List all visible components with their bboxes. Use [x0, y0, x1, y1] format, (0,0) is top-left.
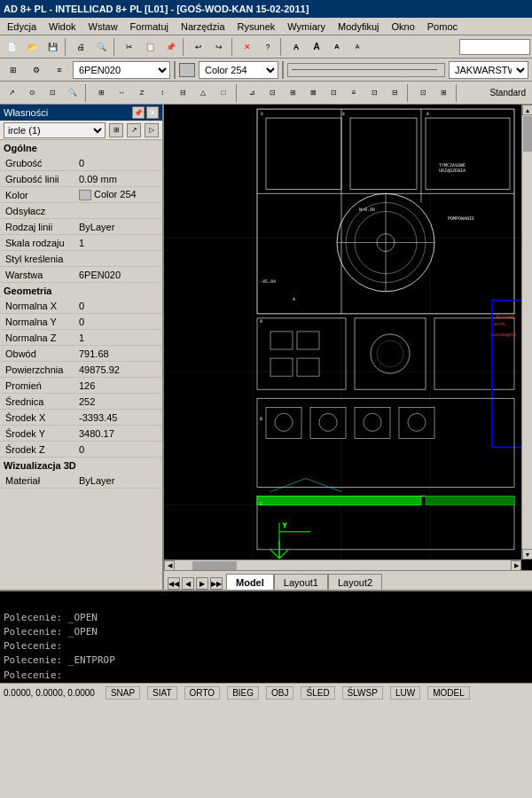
search-input[interactable] — [459, 39, 530, 55]
scroll-thumb-h[interactable] — [192, 561, 237, 570]
prop-pin-btn[interactable]: 📌 — [132, 106, 145, 119]
menu-widok[interactable]: Widok — [43, 20, 82, 34]
linetype-dropdown[interactable]: JAKWARSTWA — [449, 61, 528, 79]
status-siat[interactable]: SIAT — [147, 686, 176, 700]
t2-btn15[interactable]: ⊠ — [303, 83, 323, 103]
cad-scrollbar-horizontal[interactable]: ◀ ▶ — [164, 559, 521, 570]
redo-btn[interactable]: ↪ — [209, 37, 229, 57]
t2-btn7[interactable]: Z — [132, 83, 152, 103]
copy-btn[interactable]: 📋 — [140, 37, 160, 57]
paste-btn[interactable]: 📌 — [160, 37, 180, 57]
prop-close-btn[interactable]: ✕ — [146, 106, 159, 119]
color-dropdown[interactable]: Color 254 — [199, 61, 278, 79]
menu-edycja[interactable]: Edycja — [2, 20, 42, 34]
prop-val-pow[interactable]: 49875.92 — [75, 364, 162, 375]
prop-quick-select-btn[interactable]: ⊞ — [109, 123, 123, 137]
prop-val-kolor[interactable]: Color 254 — [75, 189, 162, 200]
status-model[interactable]: MODEL — [427, 686, 470, 700]
scroll-right-btn[interactable]: ▶ — [511, 560, 521, 571]
open-btn[interactable]: 📂 — [22, 37, 42, 57]
prop-pick-btn[interactable]: ↗ — [127, 123, 141, 137]
scroll-down-btn[interactable]: ▼ — [522, 549, 532, 559]
prop-val-warst[interactable]: 6PEN020 — [75, 270, 162, 280]
menu-rysunek[interactable]: Rysunek — [232, 20, 281, 34]
prop-val-grublin[interactable]: 0.09 mm — [75, 174, 162, 184]
status-orto[interactable]: ORTO — [184, 686, 221, 700]
tab-model[interactable]: Model — [226, 574, 274, 590]
print-btn[interactable]: 🖨 — [71, 37, 90, 57]
prop-val-normz[interactable]: 1 — [75, 332, 162, 343]
menu-modyfikuj[interactable]: Modyfikuj — [332, 20, 384, 34]
layer-icon[interactable]: ⊞ — [4, 60, 23, 80]
prop-val-mat[interactable]: ByLayer — [75, 475, 162, 486]
prop-pick2-btn[interactable]: ▷ — [145, 123, 159, 137]
t2-btn12[interactable]: ⊿ — [242, 83, 262, 103]
prop-val-normx[interactable]: 0 — [75, 301, 162, 311]
tab-layout2[interactable]: Layout2 — [328, 574, 382, 590]
prop-val-grub[interactable]: 0 — [75, 158, 162, 168]
t2-btn1[interactable]: ↗ — [2, 83, 21, 103]
menu-wstaw[interactable]: Wstaw — [83, 20, 123, 34]
scroll-left-btn[interactable]: ◀ — [164, 560, 175, 571]
command-input[interactable] — [62, 669, 528, 681]
t2-btn19[interactable]: ⊟ — [385, 83, 404, 103]
t2-btn5[interactable]: ⊞ — [91, 83, 111, 103]
help-btn[interactable]: ? — [258, 37, 278, 57]
menu-wymiary[interactable]: Wymiary — [282, 20, 331, 34]
t2-btn13[interactable]: ⊡ — [262, 83, 282, 103]
prop-val-srodz[interactable]: 0 — [75, 444, 162, 455]
menu-pomoc[interactable]: Pomoc — [422, 20, 463, 34]
status-sledwsp[interactable]: ŚLWSP — [342, 686, 383, 700]
preview-btn[interactable]: 🔍 — [91, 37, 111, 57]
scroll-thumb-v[interactable] — [523, 116, 532, 152]
entity-selector[interactable]: ircle (1) — [4, 122, 106, 138]
status-snap[interactable]: SNAP — [106, 686, 140, 700]
status-luw[interactable]: LUW — [390, 686, 420, 700]
tab-last-btn[interactable]: ▶▶ — [210, 577, 223, 590]
t2-btn3[interactable]: ⊡ — [43, 83, 62, 103]
layer-dropdown[interactable]: 6PEN020 — [73, 61, 170, 79]
cad-drawing-area[interactable]: Rysunek arch. szczegóły ① ② ③ A B C A -4… — [164, 105, 532, 590]
prop-val-srodx[interactable]: -3393.45 — [75, 412, 162, 423]
cad-scrollbar-vertical[interactable]: ▲ ▼ — [521, 105, 532, 559]
t2-btn6[interactable]: ↔ — [112, 83, 131, 103]
new-btn[interactable]: 📄 — [2, 37, 21, 57]
menu-okno[interactable]: Okno — [386, 20, 419, 34]
undo-btn[interactable]: ↩ — [189, 37, 208, 57]
t2-btn11[interactable]: □ — [214, 83, 233, 103]
text-a2[interactable]: A — [307, 37, 326, 57]
text-a4[interactable]: A — [348, 37, 367, 57]
scroll-up-btn[interactable]: ▲ — [522, 105, 532, 115]
status-obj[interactable]: OBJ — [266, 686, 293, 700]
cut-btn[interactable]: ✂ — [120, 37, 139, 57]
t2-btn9[interactable]: ⊟ — [173, 83, 192, 103]
t2-btn21[interactable]: ⊞ — [434, 83, 453, 103]
save-btn[interactable]: 💾 — [43, 37, 62, 57]
t2-btn2[interactable]: ⊙ — [22, 83, 42, 103]
prop-val-skala[interactable]: 1 — [75, 238, 162, 248]
t2-btn18[interactable]: ⊡ — [364, 83, 384, 103]
text-a3[interactable]: A — [327, 37, 347, 57]
standard-label-btn[interactable]: Standard — [485, 83, 530, 103]
tab-first-btn[interactable]: ◀◀ — [168, 577, 180, 590]
tab-layout1[interactable]: Layout1 — [274, 574, 328, 590]
t2-btn14[interactable]: ⊞ — [283, 83, 302, 103]
menu-narzedzia[interactable]: Narzędzia — [176, 20, 231, 34]
tab-prev-btn[interactable]: ◀ — [182, 577, 194, 590]
menu-formatuj[interactable]: Formatuj — [125, 20, 174, 34]
layer-settings-icon[interactable]: ⚙ — [27, 60, 46, 80]
prop-val-srody[interactable]: 3480.17 — [75, 428, 162, 439]
t2-btn20[interactable]: ⊡ — [413, 83, 433, 103]
tab-next-btn[interactable]: ▶ — [196, 577, 208, 590]
status-bieg[interactable]: BIEG — [227, 686, 259, 700]
text-a1[interactable]: A — [286, 37, 306, 57]
t2-btn16[interactable]: ⊡ — [324, 83, 343, 103]
status-sled[interactable]: ŚLED — [301, 686, 334, 700]
prop-val-rodzlin[interactable]: ByLayer — [75, 222, 162, 232]
delete-btn[interactable]: ✕ — [238, 37, 257, 57]
prop-val-obwod[interactable]: 791.68 — [75, 348, 162, 359]
prop-val-prom[interactable]: 126 — [75, 380, 162, 391]
t2-btn8[interactable]: ↕ — [153, 83, 172, 103]
t2-btn17[interactable]: ≡ — [344, 83, 364, 103]
prop-val-normy[interactable]: 0 — [75, 317, 162, 327]
